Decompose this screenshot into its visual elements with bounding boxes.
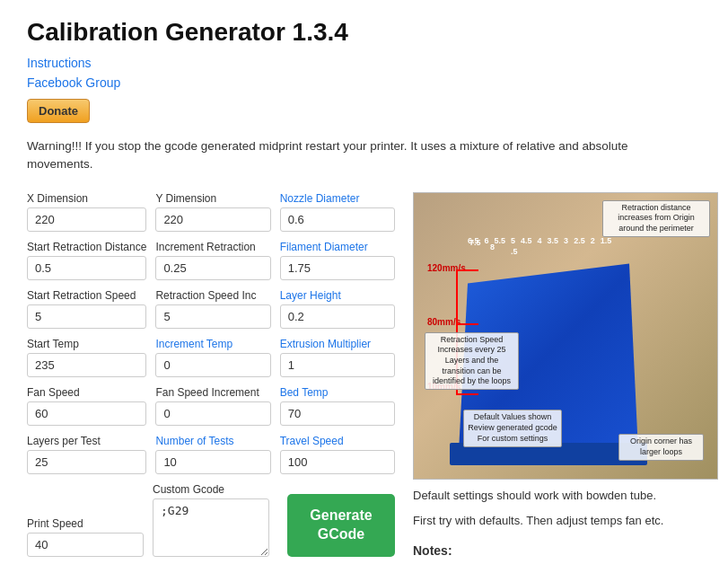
field-start-temp: Start Temp bbox=[27, 338, 146, 377]
field-start-retraction-speed: Start Retraction Speed bbox=[27, 289, 146, 329]
input-layers-per-test[interactable] bbox=[27, 450, 146, 474]
field-layer-height: Layer Height bbox=[280, 289, 395, 329]
input-start-retraction-speed[interactable] bbox=[27, 304, 146, 329]
input-number-of-tests[interactable] bbox=[155, 450, 270, 474]
label-bed-temp: Bed Temp bbox=[280, 386, 395, 399]
donate-button[interactable]: Donate bbox=[27, 99, 90, 123]
input-extrusion-multiplier[interactable] bbox=[280, 353, 395, 377]
field-fan-speed: Fan Speed bbox=[27, 386, 146, 426]
input-increment-retraction[interactable] bbox=[155, 256, 270, 280]
field-y-dimension: Y Dimension bbox=[155, 192, 270, 232]
label-number-of-tests: Number of Tests bbox=[155, 435, 270, 447]
field-layers-per-test: Layers per Test bbox=[27, 435, 146, 474]
field-bed-temp: Bed Temp bbox=[280, 386, 395, 426]
annotation-mid-left: Retraction Speed Increases every 25 Laye… bbox=[425, 332, 519, 390]
app-title: Calibration Generator 1.3.4 bbox=[27, 18, 701, 47]
input-fan-speed-increment[interactable] bbox=[155, 401, 270, 426]
fields-grid: X Dimension Y Dimension Nozzle Diameter … bbox=[27, 192, 395, 483]
label-nozzle-diameter: Nozzle Diameter bbox=[280, 192, 395, 205]
red-arrow-h1 bbox=[456, 269, 478, 271]
label-y-dimension: Y Dimension bbox=[155, 192, 270, 205]
label-fan-speed-increment: Fan Speed Increment bbox=[155, 386, 270, 399]
field-increment-retraction: Increment Retraction bbox=[155, 241, 270, 280]
field-increment-temp: Increment Temp bbox=[155, 338, 270, 377]
field-custom-gcode: Custom Gcode ;G29 bbox=[153, 483, 269, 557]
input-x-dimension[interactable] bbox=[27, 207, 146, 232]
warning-text: Warning!!! If you stop the gcode generat… bbox=[27, 137, 655, 174]
input-filament-diameter[interactable] bbox=[280, 256, 395, 280]
form-area: X Dimension Y Dimension Nozzle Diameter … bbox=[27, 192, 395, 566]
label-fan-speed: Fan Speed bbox=[27, 386, 146, 399]
input-increment-temp[interactable] bbox=[155, 353, 270, 377]
input-nozzle-diameter[interactable] bbox=[280, 207, 395, 232]
input-start-retraction-distance[interactable] bbox=[27, 256, 146, 280]
label-travel-speed: Travel Speed bbox=[280, 435, 395, 447]
field-nozzle-diameter: Nozzle Diameter bbox=[280, 192, 395, 232]
annotation-bottom-right: Origin corner has larger loops bbox=[618, 434, 704, 460]
input-y-dimension[interactable] bbox=[155, 207, 270, 232]
field-start-retraction-distance: Start Retraction Distance bbox=[27, 241, 146, 280]
label-layers-per-test: Layers per Test bbox=[27, 435, 146, 447]
label-extrusion-multiplier: Extrusion Multiplier bbox=[280, 338, 395, 350]
input-retraction-speed-inc[interactable] bbox=[155, 304, 270, 329]
annotation-bottom-left: Default Values shown Review generated gc… bbox=[463, 410, 562, 446]
label-start-retraction-distance: Start Retraction Distance bbox=[27, 241, 146, 253]
label-start-retraction-speed: Start Retraction Speed bbox=[27, 289, 146, 302]
number-labels: 6.5 6 5.5 5 4.5 4 3.5 3 2.5 2 1.5 bbox=[468, 218, 683, 245]
caption-line2: First try with defaults. Then adjust tem… bbox=[413, 512, 663, 531]
label-start-temp: Start Temp bbox=[27, 338, 146, 350]
caption-line1: Default settings should work with bowden… bbox=[413, 487, 656, 506]
field-x-dimension: X Dimension bbox=[27, 192, 146, 232]
field-print-speed: Print Speed bbox=[27, 517, 144, 557]
label-x-dimension: X Dimension bbox=[27, 192, 146, 205]
input-layer-height[interactable] bbox=[280, 304, 395, 329]
field-fan-speed-increment: Fan Speed Increment bbox=[155, 386, 270, 426]
image-background: 120mm/s 80mm/s 10mm/s Retraction distanc… bbox=[414, 193, 717, 479]
input-bed-temp[interactable] bbox=[280, 401, 395, 426]
input-start-temp[interactable] bbox=[27, 353, 146, 377]
input-print-speed[interactable] bbox=[27, 533, 144, 557]
label-increment-temp: Increment Temp bbox=[155, 338, 270, 350]
label-increment-retraction: Increment Retraction bbox=[155, 241, 270, 253]
input-fan-speed[interactable] bbox=[27, 401, 146, 426]
label-filament-diameter: Filament Diameter bbox=[280, 241, 395, 253]
field-filament-diameter: Filament Diameter bbox=[280, 241, 395, 280]
instructions-link[interactable]: Instructions bbox=[27, 56, 701, 70]
label-layer-height: Layer Height bbox=[280, 289, 395, 302]
field-travel-speed: Travel Speed bbox=[280, 435, 395, 474]
input-travel-speed[interactable] bbox=[280, 450, 395, 474]
field-extrusion-multiplier: Extrusion Multiplier bbox=[280, 338, 395, 377]
generate-gcode-button[interactable]: GenerateGCode bbox=[287, 494, 395, 557]
field-retraction-speed-inc: Retraction Speed Inc bbox=[155, 289, 270, 329]
bottom-row: Print Speed Custom Gcode ;G29 GenerateGC… bbox=[27, 483, 395, 566]
label-print-speed: Print Speed bbox=[27, 517, 144, 530]
label-retraction-speed-inc: Retraction Speed Inc bbox=[155, 289, 270, 302]
input-custom-gcode[interactable]: ;G29 bbox=[153, 498, 269, 557]
generate-button-group: GenerateGCode bbox=[278, 494, 395, 557]
red-arrow-h3 bbox=[456, 393, 478, 395]
image-area: 120mm/s 80mm/s 10mm/s Retraction distanc… bbox=[413, 192, 718, 559]
calibration-image: 120mm/s 80mm/s 10mm/s Retraction distanc… bbox=[413, 192, 718, 480]
speed-label-120: 120mm/s bbox=[427, 263, 466, 273]
facebook-link[interactable]: Facebook Group bbox=[27, 75, 701, 90]
red-arrow-h2 bbox=[456, 323, 478, 325]
label-custom-gcode: Custom Gcode bbox=[153, 483, 269, 496]
field-number-of-tests: Number of Tests bbox=[155, 435, 270, 474]
notes-label: Notes: bbox=[413, 543, 452, 558]
